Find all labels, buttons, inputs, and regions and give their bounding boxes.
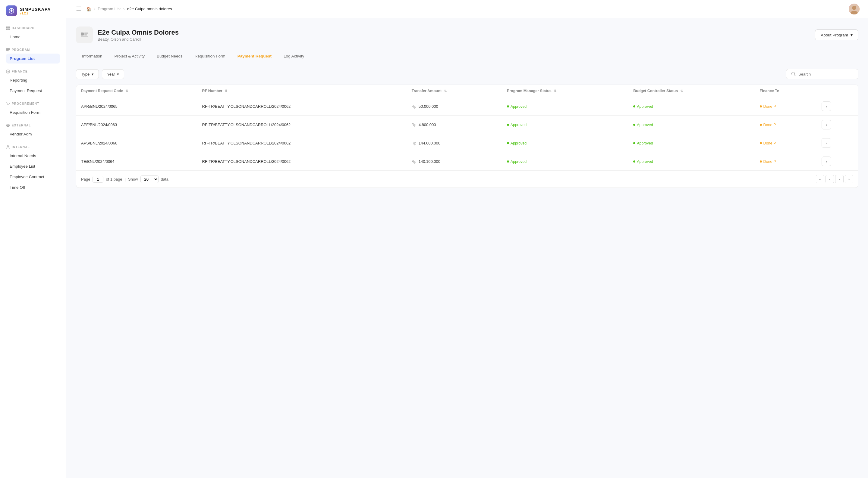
- avatar[interactable]: [849, 4, 860, 14]
- table-row: TE/BNL/2024/0064 RF-TR/BEATTY,OLSONANDCA…: [76, 152, 858, 171]
- cell-rf: RF-TR/BEATTY,OLSONANDCARROLL/2024/0062: [197, 134, 407, 152]
- logo-area: SIMPUSKAPA v1.2.9: [0, 0, 66, 22]
- cell-ft-status: Done P: [755, 115, 817, 134]
- svg-rect-15: [81, 36, 88, 37]
- sidebar-item-internal-needs[interactable]: Internal Needs: [6, 151, 60, 161]
- section-label-finance: Finance: [6, 70, 60, 73]
- sidebar-item-time-off[interactable]: Time Off: [6, 182, 60, 192]
- row-detail-button[interactable]: ›: [822, 101, 831, 111]
- cell-bc-status: Approved: [628, 115, 755, 134]
- cell-action: ›: [817, 134, 858, 152]
- cell-code: APS/BNL/2024/0066: [76, 134, 197, 152]
- next-page-button[interactable]: ›: [835, 175, 844, 183]
- sidebar-section-finance: Finance Reporting Payment Request: [0, 65, 66, 98]
- tab-information[interactable]: Information: [76, 50, 108, 62]
- cell-bc-status: Approved: [628, 97, 755, 115]
- row-detail-button[interactable]: ›: [822, 157, 831, 166]
- data-label: data: [161, 177, 168, 181]
- table-row: APS/BNL/2024/0066 RF-TR/BEATTY,OLSONANDC…: [76, 134, 858, 152]
- prev-page-button[interactable]: ‹: [826, 175, 834, 183]
- svg-rect-3: [6, 28, 8, 30]
- data-table: Payment Request Code ⇅ RF Number ⇅ Trans…: [76, 84, 858, 188]
- svg-point-7: [8, 104, 9, 105]
- tab-project-activity[interactable]: Project & Activity: [108, 50, 151, 62]
- cell-pm-status: Approved: [502, 152, 628, 171]
- cell-amount: Rp 140.100.000: [407, 152, 502, 171]
- tabs: Information Project & Activity Budget Ne…: [76, 50, 858, 62]
- breadcrumb-program-list[interactable]: Program List: [98, 7, 121, 11]
- sort-icon[interactable]: ⇅: [554, 89, 556, 93]
- tab-log-activity[interactable]: Log Activity: [278, 50, 310, 62]
- show-label: Show: [128, 177, 138, 181]
- show-select[interactable]: 20 50 100: [141, 175, 158, 183]
- sort-icon[interactable]: ⇅: [680, 89, 683, 93]
- last-page-button[interactable]: »: [845, 175, 853, 183]
- cell-rf: RF-TR/BEATTY,OLSONANDCARROLL/2024/0062: [197, 97, 407, 115]
- svg-point-10: [852, 6, 856, 10]
- search-icon: [791, 72, 796, 76]
- app-version: v1.2.9: [20, 12, 51, 15]
- menu-button[interactable]: ☰: [75, 4, 83, 14]
- program-subtitle: Beatty, Olson and Carroll: [98, 37, 179, 41]
- svg-point-6: [7, 104, 8, 105]
- svg-rect-1: [6, 27, 8, 28]
- section-label-dashboard: Dashboard: [6, 26, 60, 30]
- chevron-down-icon: ▾: [117, 72, 119, 76]
- tab-payment-request[interactable]: Payment Request: [231, 50, 278, 62]
- col-header-action: [817, 85, 858, 97]
- cell-pm-status: Approved: [502, 134, 628, 152]
- cell-amount: Rp 4.800.000: [407, 115, 502, 134]
- logo-icon: [6, 5, 17, 16]
- section-label-external: External: [6, 124, 60, 127]
- home-icon[interactable]: 🏠: [86, 7, 91, 11]
- sidebar-item-reporting[interactable]: Reporting: [6, 75, 60, 85]
- section-label-internal: Internal: [6, 145, 60, 149]
- sidebar: SIMPUSKAPA v1.2.9 Dashboard Home Program…: [0, 0, 66, 478]
- cell-code: APR/BNL/2024/0065: [76, 97, 197, 115]
- sidebar-section-external: External Vendor Adm: [0, 119, 66, 141]
- sidebar-item-home[interactable]: Home: [6, 32, 60, 42]
- cell-ft-status: Done P: [755, 97, 817, 115]
- col-header-amount: Transfer Amount ⇅: [407, 85, 502, 97]
- first-page-button[interactable]: «: [816, 175, 824, 183]
- filters-row: Type ▾ Year ▾: [76, 69, 858, 79]
- search-input[interactable]: [798, 72, 852, 76]
- cell-ft-status: Done P: [755, 134, 817, 152]
- sidebar-section-internal: Internal Internal Needs Employee List Em…: [0, 141, 66, 194]
- program-icon: [76, 27, 93, 43]
- sidebar-item-employee-list[interactable]: Employee List: [6, 161, 60, 171]
- topbar: ☰ 🏠 › Program List › e2e Culpa omnis dol…: [66, 0, 868, 18]
- breadcrumb-current: e2e Culpa omnis dolores: [127, 7, 172, 11]
- sidebar-item-payment-request[interactable]: Payment Request: [6, 86, 60, 96]
- col-header-rf: RF Number ⇅: [197, 85, 407, 97]
- sidebar-item-requisition-form[interactable]: Requisition Form: [6, 107, 60, 117]
- sidebar-section-dashboard: Dashboard Home: [0, 22, 66, 44]
- sidebar-item-vendor-adm[interactable]: Vendor Adm: [6, 129, 60, 139]
- page-label: Page: [81, 177, 90, 181]
- sidebar-section-procurement: Procurement Requisition Form: [0, 98, 66, 119]
- tab-requisition-form[interactable]: Requisition Form: [189, 50, 231, 62]
- about-program-button[interactable]: About Program ▾: [815, 30, 858, 40]
- sidebar-item-employee-contract[interactable]: Employee Contract: [6, 172, 60, 182]
- chevron-down-icon: ▾: [92, 72, 94, 76]
- sidebar-item-program-list[interactable]: Program List: [6, 54, 60, 64]
- sort-icon[interactable]: ⇅: [224, 89, 227, 93]
- col-header-pm-status: Program Manager Status ⇅: [502, 85, 628, 97]
- chevron-down-icon: ▾: [850, 33, 852, 37]
- search-wrap: [786, 69, 858, 79]
- tab-budget-needs[interactable]: Budget Needs: [151, 50, 189, 62]
- type-filter-button[interactable]: Type ▾: [76, 69, 99, 79]
- row-detail-button[interactable]: ›: [822, 120, 831, 130]
- sort-icon[interactable]: ⇅: [125, 89, 128, 93]
- cell-bc-status: Approved: [628, 134, 755, 152]
- col-header-code: Payment Request Code ⇅: [76, 85, 197, 97]
- row-detail-button[interactable]: ›: [822, 138, 831, 148]
- svg-rect-13: [84, 33, 88, 34]
- section-label-program: Program: [6, 48, 60, 52]
- page-input[interactable]: [93, 176, 103, 183]
- svg-rect-12: [81, 33, 84, 36]
- year-filter-button[interactable]: Year ▾: [102, 69, 124, 79]
- pagination-nav: « ‹ › »: [816, 175, 853, 183]
- sort-icon[interactable]: ⇅: [444, 89, 447, 93]
- svg-rect-2: [8, 27, 10, 28]
